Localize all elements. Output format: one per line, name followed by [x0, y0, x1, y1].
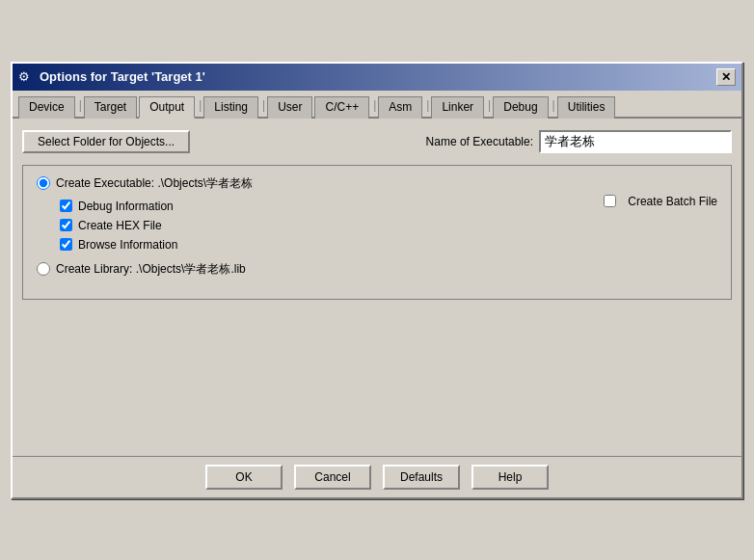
group-left: Create Executable: .\Objects\学者老栋 Debug …: [37, 175, 563, 285]
content-area: Select Folder for Objects... Name of Exe…: [13, 119, 741, 321]
tab-listing[interactable]: Listing: [203, 96, 258, 119]
browse-info-checkbox[interactable]: [60, 238, 72, 251]
window-icon: ⚙: [18, 69, 34, 85]
tab-bar: Device | Target Output | Listing | User …: [13, 91, 741, 119]
group-right: Create Batch File: [563, 175, 717, 285]
create-hex-label: Create HEX File: [78, 219, 162, 232]
create-library-row: Create Library: .\Objects\学者老栋.lib: [37, 261, 563, 278]
separator-5: |: [424, 95, 431, 115]
ok-button[interactable]: OK: [205, 465, 283, 490]
executable-name-label: Name of Executable:: [426, 135, 533, 148]
select-folder-button[interactable]: Select Folder for Objects...: [22, 130, 190, 153]
create-batch-label: Create Batch File: [628, 195, 717, 208]
tab-cpp[interactable]: C/C++: [314, 96, 369, 119]
separator-1: |: [77, 95, 84, 115]
cancel-button[interactable]: Cancel: [294, 465, 371, 490]
create-batch-row: Create Batch File: [604, 195, 717, 208]
group-box-content: Create Executable: .\Objects\学者老栋 Debug …: [37, 175, 717, 285]
tab-debug[interactable]: Debug: [493, 96, 548, 119]
defaults-button[interactable]: Defaults: [383, 465, 460, 490]
separator-3: |: [260, 95, 267, 115]
close-button[interactable]: ✕: [716, 68, 736, 86]
separator-2: |: [197, 95, 203, 115]
executable-name-input[interactable]: [539, 130, 732, 153]
tab-asm[interactable]: Asm: [378, 96, 422, 119]
debug-info-row: Debug Information: [60, 200, 563, 213]
title-bar-left: ⚙ Options for Target 'Target 1': [18, 69, 205, 85]
output-group-box: Create Executable: .\Objects\学者老栋 Debug …: [22, 165, 732, 300]
debug-info-checkbox[interactable]: [60, 200, 72, 212]
bottom-bar: OK Cancel Defaults Help: [13, 456, 741, 497]
create-library-label: Create Library: .\Objects\学者老栋.lib: [56, 261, 246, 278]
separator-7: |: [551, 95, 557, 115]
create-hex-checkbox[interactable]: [60, 219, 72, 231]
toolbar-row: Select Folder for Objects... Name of Exe…: [22, 130, 732, 153]
tab-output[interactable]: Output: [139, 96, 195, 119]
tab-target[interactable]: Target: [84, 96, 137, 119]
tab-device[interactable]: Device: [18, 96, 75, 119]
create-hex-row: Create HEX File: [60, 219, 563, 232]
title-bar: ⚙ Options for Target 'Target 1' ✕: [13, 64, 741, 91]
executable-name-group: Name of Executable:: [426, 130, 732, 153]
browse-info-row: Browse Information: [60, 238, 563, 252]
tab-linker[interactable]: Linker: [431, 96, 484, 119]
tab-user[interactable]: User: [267, 96, 312, 119]
browse-info-label: Browse Information: [78, 238, 177, 252]
separator-4: |: [371, 95, 378, 115]
create-executable-row: Create Executable: .\Objects\学者老栋: [37, 175, 563, 192]
create-executable-label: Create Executable: .\Objects\学者老栋: [56, 175, 253, 192]
create-library-radio[interactable]: [37, 262, 50, 276]
tab-utilities[interactable]: Utilities: [557, 96, 616, 119]
separator-6: |: [486, 95, 493, 115]
main-window: ⚙ Options for Target 'Target 1' ✕ Device…: [11, 62, 743, 499]
help-button[interactable]: Help: [471, 465, 549, 490]
window-title: Options for Target 'Target 1': [40, 69, 205, 84]
create-batch-checkbox[interactable]: [604, 195, 616, 207]
create-executable-radio[interactable]: [37, 176, 50, 190]
debug-info-label: Debug Information: [78, 200, 174, 213]
